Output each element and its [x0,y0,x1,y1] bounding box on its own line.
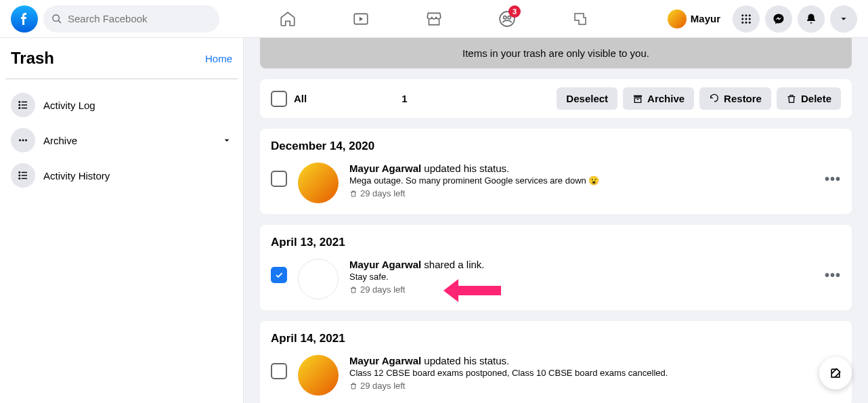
svg-point-15 [18,104,20,106]
trash-card: April 14, 2021 Mayur Agarwal updated his… [260,321,852,403]
item-checkbox[interactable] [271,363,287,379]
sidebar-item-label: Archive [43,135,221,146]
sidebar-item-activity-history[interactable]: Activity History [5,158,238,193]
svg-point-9 [749,18,751,20]
svg-point-6 [749,14,751,16]
svg-point-10 [741,21,743,23]
avatar-icon [298,163,339,203]
item-meta: 29 days left [349,284,841,295]
svg-point-5 [745,14,747,16]
deselect-button[interactable]: Deselect [557,87,617,110]
item-title: Mayur Agarwal updated his status. [349,163,841,174]
nav-right: Mayur [665,5,857,33]
bell-icon [805,13,817,25]
messenger-button[interactable] [765,5,792,33]
svg-point-19 [19,140,21,142]
top-navigation: 3 Mayur [0,0,868,38]
item-checkbox[interactable] [271,171,287,187]
facebook-logo[interactable] [11,5,38,33]
more-button[interactable]: ••• [825,268,841,283]
nav-center: 3 [254,3,614,35]
profile-button[interactable]: Mayur [665,7,727,31]
restore-button[interactable]: Restore [699,87,771,110]
svg-rect-28 [634,95,642,97]
sidebar-item-label: Activity History [43,170,232,182]
svg-point-8 [745,18,747,20]
trash-card: December 14, 2020 Mayur Agarwal updated … [260,129,852,214]
svg-rect-27 [22,178,27,179]
marketplace-icon [425,10,443,28]
all-label: All [294,93,307,104]
trash-card: April 13, 2021 Mayur Agarwal shared a li… [260,225,852,310]
svg-rect-25 [22,175,27,176]
sidebar-item-activity-log[interactable]: Activity Log [5,87,238,123]
svg-rect-16 [22,104,27,106]
svg-point-4 [741,14,743,16]
watch-icon [352,10,370,28]
messenger-icon [773,13,785,25]
svg-point-26 [18,177,20,179]
list-icon [11,93,35,117]
restore-icon [709,93,720,104]
archive-button[interactable]: Archive [623,87,694,110]
chevron-down-icon [221,135,232,146]
sidebar: Trash Home Activity Log Archive Activity… [0,38,244,403]
svg-point-20 [22,140,24,142]
select-all-checkbox[interactable] [271,91,287,107]
search-box[interactable] [43,5,219,33]
more-button[interactable]: ••• [825,171,841,187]
profile-name: Mayur [691,13,720,24]
delete-button[interactable]: Delete [777,87,841,110]
grid-icon [740,13,752,25]
card-date: April 14, 2021 [271,332,841,345]
svg-point-11 [745,21,747,23]
card-date: December 14, 2020 [271,140,841,153]
item-body: Class 12 CBSE board exams postponed, Cla… [349,368,841,378]
edit-fab[interactable] [819,357,852,389]
home-icon [279,10,297,28]
archive-icon [632,93,643,104]
trash-icon [349,382,357,390]
groups-tab[interactable]: 3 [473,3,541,35]
avatar-icon [668,9,687,28]
gaming-tab[interactable] [546,3,614,35]
home-link[interactable]: Home [205,53,232,64]
svg-rect-29 [637,99,639,100]
svg-rect-14 [22,102,27,103]
item-title: Mayur Agarwal shared a link. [349,259,841,270]
search-input[interactable] [68,13,211,24]
edit-icon [829,366,842,380]
trash-icon [349,286,357,294]
svg-point-17 [18,107,20,109]
marketplace-tab[interactable] [400,3,468,35]
svg-point-2 [504,16,506,18]
menu-button[interactable] [733,5,760,33]
svg-rect-18 [22,108,27,109]
card-date: April 13, 2021 [271,236,841,249]
dots-icon [11,128,35,152]
avatar-icon [298,355,339,396]
svg-point-21 [25,140,27,142]
action-bar: All 1 Deselect Archive Restore Delete [260,79,852,118]
item-title: Mayur Agarwal updated his status. [349,355,841,366]
item-checkbox[interactable] [271,267,287,283]
caret-down-icon [839,14,848,24]
list-icon [11,163,35,188]
gaming-icon [572,11,588,27]
svg-point-7 [741,18,743,20]
svg-point-12 [749,21,751,23]
account-button[interactable] [830,5,857,33]
groups-badge: 3 [508,5,521,18]
sidebar-item-archive[interactable]: Archive [5,123,238,158]
notifications-button[interactable] [798,5,825,33]
search-icon [51,14,62,24]
item-body: Stay safe. [349,272,841,282]
trash-icon [786,93,797,104]
home-tab[interactable] [254,3,322,35]
svg-point-24 [18,175,20,177]
notice-bar: Items in your trash are only visible to … [260,38,852,68]
watch-tab[interactable] [327,3,395,35]
item-meta: 29 days left [349,381,841,391]
svg-rect-23 [22,172,27,173]
sidebar-item-label: Activity Log [43,100,232,111]
